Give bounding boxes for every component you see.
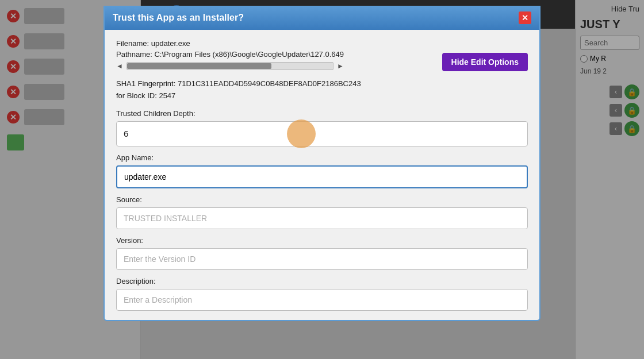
dialog-title-bar: Trust this App as an Installer? ✕ — [105, 6, 539, 30]
sha1-value: 71D1C311EADD4D5949C0B48DEF8AD0F2186BC243 — [178, 79, 361, 88]
dialog-title: Trust this App as an Installer? — [113, 13, 244, 23]
fingerprint-section: SHA1 Fingerprint: 71D1C311EADD4D5949C0B4… — [116, 78, 528, 102]
depth-value: 6 — [124, 129, 128, 138]
filename-row: Filename: updater.exe — [116, 39, 344, 48]
version-label: Version: — [116, 236, 528, 245]
pathname-row: Pathname: C:\Program Files (x86)\Google\… — [116, 50, 344, 59]
app-name-label: App Name: — [116, 153, 528, 162]
description-label: Description: — [116, 277, 528, 285]
trust-installer-dialog: Trust this App as an Installer? ✕ Filena… — [103, 6, 540, 321]
app-name-input[interactable] — [116, 165, 528, 188]
depth-input-box[interactable]: 6 — [116, 121, 528, 146]
block-id-label: for Block ID: 2547 — [116, 91, 175, 100]
hide-edit-options-button[interactable]: Hide Edit Options — [442, 53, 528, 71]
version-field: Version: — [116, 236, 528, 270]
close-button[interactable]: ✕ — [519, 11, 531, 24]
source-field: Source: — [116, 195, 528, 229]
app-name-field: App Name: — [116, 153, 528, 188]
dialog-info: Filename: updater.exe Pathname: C:\Progr… — [116, 39, 344, 71]
description-field: Description: — [116, 277, 528, 311]
header-section: Filename: updater.exe Pathname: C:\Progr… — [116, 39, 528, 71]
depth-section: Trusted Children Depth: 6 — [116, 109, 528, 146]
scroll-right-icon[interactable]: ► — [337, 62, 344, 70]
scrollbar-thumb — [127, 63, 271, 69]
scrollbar-row: ◄ ► — [116, 62, 344, 70]
source-input[interactable] — [116, 207, 528, 229]
dialog-body: Filename: updater.exe Pathname: C:\Progr… — [105, 30, 539, 320]
scrollbar-track[interactable] — [126, 62, 334, 70]
scroll-left-icon[interactable]: ◄ — [116, 62, 123, 70]
modal-overlay: Trust this App as an Installer? ✕ Filena… — [0, 0, 644, 359]
sha1-label: SHA1 Fingerprint: — [116, 79, 175, 88]
depth-label: Trusted Children Depth: — [116, 109, 528, 118]
source-label: Source: — [116, 195, 528, 204]
version-input[interactable] — [116, 248, 528, 270]
description-input[interactable] — [116, 289, 528, 311]
depth-slider-container: 6 — [116, 121, 528, 146]
